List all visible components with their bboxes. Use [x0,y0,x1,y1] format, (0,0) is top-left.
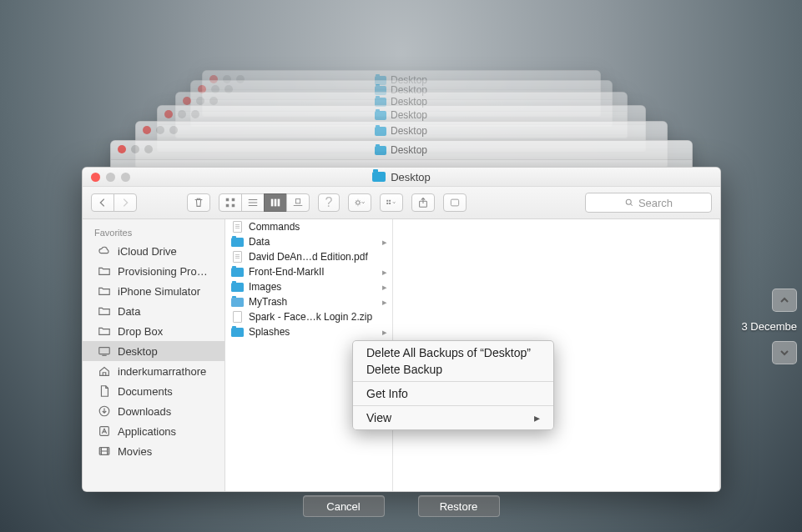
icon-view-button[interactable] [219,193,242,212]
timeline-down-button[interactable] [772,341,797,364]
svg-rect-0 [226,198,230,202]
restore-button[interactable]: Restore [418,495,500,517]
sidebar-header: Favorites [83,224,224,241]
sidebar-item-drop-box[interactable]: Drop Box [83,321,224,341]
column-view-button[interactable] [264,193,287,212]
nav-group [91,193,137,212]
list-view-button[interactable] [241,193,265,212]
folder-icon [98,304,111,318]
svg-rect-3 [232,204,235,208]
timeline-date: 3 Decembe [742,320,797,333]
svg-point-14 [626,199,631,204]
zip-icon [230,311,244,323]
chevron-right-icon: ▸ [382,282,387,293]
sidebar: Favorites iCloud DriveProvisioning Pro…i… [83,219,225,491]
file-row[interactable]: David DeAn…d Edition.pdf [225,249,392,264]
sidebar-item-label: Applications [118,425,176,438]
back-button[interactable] [91,193,114,212]
trash-button[interactable] [187,193,210,212]
folder-icon [98,324,111,338]
sidebar-item-label: Downloads [118,405,171,418]
menu-get-info[interactable]: Get Info [353,385,553,402]
menu-delete-all[interactable]: Delete All Backups of “Desktop” [353,344,553,361]
svg-rect-9 [386,200,388,202]
action-menu-button[interactable] [348,193,371,212]
download-icon [98,404,111,418]
sidebar-item-documents[interactable]: Documents [83,381,224,401]
folder-icon [372,172,386,182]
titlebar: Desktop [83,168,720,187]
minimize-button[interactable] [106,173,115,182]
sidebar-item-label: Drop Box [118,325,163,338]
file-name: Spark - Face…k Login 2.zip [249,311,387,323]
file-row[interactable]: Data▸ [225,234,392,249]
zoom-button[interactable] [121,173,130,182]
desktop-icon [98,344,111,358]
sidebar-item-inderkumarrathore[interactable]: inderkumarrathore [83,361,224,381]
file-name: David DeAn…d Edition.pdf [249,251,387,263]
close-button[interactable] [91,173,100,182]
folder-icon [230,266,244,278]
menu-delete-backup[interactable]: Delete Backup [353,361,553,378]
toolbar: ? Search [83,187,720,219]
file-name: Front-End-MarkII [249,266,377,278]
file-row[interactable]: Splashes▸ [225,324,392,339]
share-button[interactable] [411,193,435,212]
cloud-icon [98,244,111,258]
file-name: Splashes [249,326,377,338]
search-placeholder: Search [638,197,673,209]
file-name: Commands [249,221,387,233]
file-row[interactable]: Front-End-MarkII▸ [225,264,392,279]
sidebar-item-iphone-simulator[interactable]: iPhone Simulator [83,281,224,301]
file-row[interactable]: Commands [225,219,392,234]
svg-rect-5 [275,199,277,207]
context-menu: Delete All Backups of “Desktop” Delete B… [352,340,554,430]
sidebar-item-applications[interactable]: Applications [83,421,224,441]
chevron-right-icon: ▸ [382,267,387,278]
submenu-arrow-icon: ▸ [534,411,540,424]
sidebar-item-provisioning-pro[interactable]: Provisioning Pro… [83,261,224,281]
folder-icon [230,236,244,248]
svg-rect-6 [278,199,280,207]
svg-rect-11 [386,203,388,204]
sidebar-item-icloud-drive[interactable]: iCloud Drive [83,241,224,261]
file-row[interactable]: Spark - Face…k Login 2.zip [225,309,392,324]
search-field[interactable]: Search [585,193,712,213]
svg-rect-10 [389,200,391,202]
timeline-up-button[interactable] [772,289,797,312]
svg-rect-7 [295,199,300,203]
menu-view[interactable]: View▸ [353,409,553,426]
svg-rect-4 [271,199,274,207]
sidebar-item-data[interactable]: Data [83,301,224,321]
forward-button[interactable] [113,193,137,212]
svg-rect-2 [226,204,230,208]
folder-icon [98,264,111,278]
folder-icon [230,281,244,293]
sidebar-item-label: Movies [118,445,152,458]
bottom-buttons: Cancel Restore [0,495,802,517]
sidebar-item-label: Desktop [118,345,158,358]
tags-button[interactable] [443,193,467,212]
sidebar-item-label: Documents [118,385,173,398]
file-name: Images [249,281,377,293]
sidebar-item-label: iPhone Simulator [118,285,200,298]
file-row[interactable]: Images▸ [225,279,392,294]
arrange-menu-button[interactable] [380,193,403,212]
pdf-icon [230,251,244,263]
folder-alt-icon [230,296,244,308]
cancel-button[interactable]: Cancel [303,495,385,517]
help-button[interactable]: ? [318,193,340,212]
sidebar-item-downloads[interactable]: Downloads [83,401,224,421]
finder-window: Desktop ? [82,167,721,492]
folder-icon [230,326,244,338]
svg-rect-12 [389,203,391,204]
doc-icon [98,384,111,398]
sidebar-item-desktop[interactable]: Desktop [83,341,224,361]
movie-icon [98,444,111,458]
file-name: MyTrash [249,296,377,308]
coverflow-view-button[interactable] [286,193,310,212]
chevron-right-icon: ▸ [382,237,387,248]
file-row[interactable]: MyTrash▸ [225,294,392,309]
sidebar-item-movies[interactable]: Movies [83,441,224,461]
svg-rect-15 [99,348,109,354]
